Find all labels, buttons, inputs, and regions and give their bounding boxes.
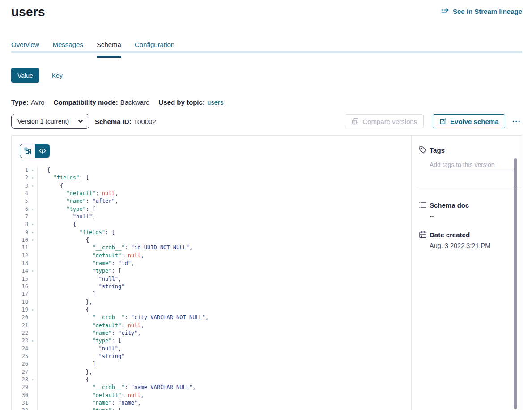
- code-text: {: [38, 167, 50, 174]
- meta-compat-value: Backward: [120, 98, 150, 106]
- line-number: 17: [12, 290, 28, 298]
- meta-compatibility: Compatibility mode:Backward: [53, 98, 149, 107]
- fold-toggle-icon[interactable]: ▾: [28, 407, 37, 410]
- fold-toggle-icon[interactable]: ▾: [28, 221, 37, 228]
- code-line: 20 "__crdb__": "city VARCHAR NOT NULL",: [12, 314, 411, 321]
- schema-id-value: 100002: [134, 118, 156, 125]
- code-text: "fields": [: [38, 229, 115, 236]
- fold-toggle-icon: [28, 314, 37, 321]
- code-line: 13 "name": "id",: [12, 260, 411, 267]
- line-number: 7: [12, 213, 28, 221]
- fold-toggle-icon: [28, 329, 37, 337]
- tags-input[interactable]: [430, 161, 515, 171]
- code-line: 16 "string": [12, 283, 411, 290]
- code-line: 27 },: [12, 368, 411, 376]
- code-text: "name": "id",: [38, 260, 134, 267]
- schema-code-editor[interactable]: 1▾{2▾ "fields": [3▾ {4 "default": null,5…: [12, 167, 411, 410]
- code-text: "type": [: [38, 205, 95, 213]
- line-number: 9: [12, 229, 28, 236]
- fold-toggle-icon[interactable]: ▾: [28, 306, 37, 314]
- gutter: 7: [12, 213, 38, 221]
- code-line: 31 "name": "name",: [12, 399, 411, 407]
- gutter: 16: [12, 283, 38, 290]
- tags-title: Tags: [430, 146, 445, 154]
- meta-topic-label: Used by topic:: [159, 98, 205, 106]
- tab-bar: Overview Messages Schema Configuration: [11, 40, 522, 53]
- code-text: ]: [38, 360, 95, 368]
- code-text: "default": null,: [38, 252, 144, 260]
- code-line: 25 "string": [12, 353, 411, 360]
- fold-toggle-icon: [28, 384, 37, 391]
- page-title: users: [11, 4, 45, 21]
- meta-type-value: Avro: [31, 98, 45, 106]
- evolve-schema-button[interactable]: Evolve schema: [433, 114, 505, 128]
- version-select[interactable]: Version 1 (current): [11, 114, 89, 129]
- code-line: 6▾ "type": [: [12, 205, 411, 213]
- fold-toggle-icon[interactable]: ▾: [28, 337, 37, 345]
- fold-toggle-icon: [28, 322, 37, 329]
- key-toggle-link[interactable]: Key: [52, 72, 63, 79]
- line-number: 19: [12, 306, 28, 314]
- gutter: 20: [12, 314, 38, 321]
- code-line: 7 "null",: [12, 213, 411, 221]
- line-number: 22: [12, 329, 28, 337]
- fold-toggle-icon: [28, 368, 37, 376]
- fold-toggle-icon: [28, 353, 37, 360]
- fold-toggle-icon: [28, 213, 37, 221]
- value-toggle-button[interactable]: Value: [11, 68, 39, 83]
- gutter: 30: [12, 392, 38, 399]
- line-number: 21: [12, 322, 28, 329]
- schema-page: users See in Stream lineage Overview Mes…: [0, 0, 532, 410]
- code-line: 10▾ {: [12, 236, 411, 244]
- fold-toggle-icon[interactable]: ▾: [28, 174, 37, 182]
- fold-toggle-icon: [28, 260, 37, 267]
- fold-toggle-icon[interactable]: ▾: [28, 236, 37, 244]
- meta-topic: Used by topic:users: [159, 98, 224, 107]
- fold-toggle-icon[interactable]: ▾: [28, 376, 37, 384]
- gutter: 28▾: [12, 376, 38, 384]
- stream-lineage-link[interactable]: See in Stream lineage: [441, 7, 522, 16]
- line-number: 23: [12, 337, 28, 345]
- code-text: "__crdb__": "name VARCHAR NULL",: [38, 384, 196, 391]
- meta-topic-link[interactable]: users: [207, 98, 224, 106]
- code-line: 11 "__crdb__": "id UUID NOT NULL",: [12, 244, 411, 252]
- more-actions-button[interactable]: •••: [511, 116, 522, 127]
- fold-toggle-icon[interactable]: ▾: [28, 267, 37, 275]
- fold-toggle-icon[interactable]: ▾: [28, 182, 37, 190]
- fold-toggle-icon[interactable]: ▾: [28, 167, 37, 174]
- fold-toggle-icon: [28, 275, 37, 283]
- evolve-schema-icon: [439, 118, 447, 125]
- fold-toggle-icon: [28, 392, 37, 399]
- tree-view-button[interactable]: [20, 144, 35, 158]
- gutter: 17: [12, 290, 38, 298]
- gutter: 13: [12, 260, 38, 267]
- list-icon: [419, 201, 427, 209]
- fold-toggle-icon: [28, 290, 37, 298]
- line-number: 3: [12, 182, 28, 190]
- line-number: 28: [12, 376, 28, 384]
- code-text: },: [38, 299, 92, 306]
- evolve-schema-label: Evolve schema: [450, 118, 498, 125]
- gutter: 23▾: [12, 337, 38, 345]
- code-text: "default": null,: [38, 190, 118, 197]
- code-line: 23▾ "type": [: [12, 337, 411, 345]
- line-number: 11: [12, 244, 28, 252]
- compare-versions-button[interactable]: Compare versions: [345, 114, 424, 128]
- schema-id: Schema ID:100002: [95, 118, 156, 125]
- gutter: 3▾: [12, 182, 38, 190]
- gutter: 5: [12, 197, 38, 205]
- value-key-toggle: Value Key: [11, 68, 522, 83]
- fold-toggle-icon: [28, 360, 37, 368]
- gutter: 14▾: [12, 267, 38, 275]
- compare-versions-icon: [352, 118, 359, 125]
- code-view-button[interactable]: [35, 144, 50, 158]
- fold-toggle-icon[interactable]: ▾: [28, 205, 37, 213]
- code-line: 1▾{: [12, 167, 411, 174]
- tree-view-icon: [24, 147, 31, 154]
- code-text: {: [38, 376, 89, 384]
- fold-toggle-icon[interactable]: ▾: [28, 229, 37, 236]
- gutter: 27: [12, 368, 38, 376]
- code-line: 8▾ {: [12, 221, 411, 228]
- schema-panel: 1▾{2▾ "fields": [3▾ {4 "default": null,5…: [11, 135, 522, 410]
- code-text: "string": [38, 353, 124, 360]
